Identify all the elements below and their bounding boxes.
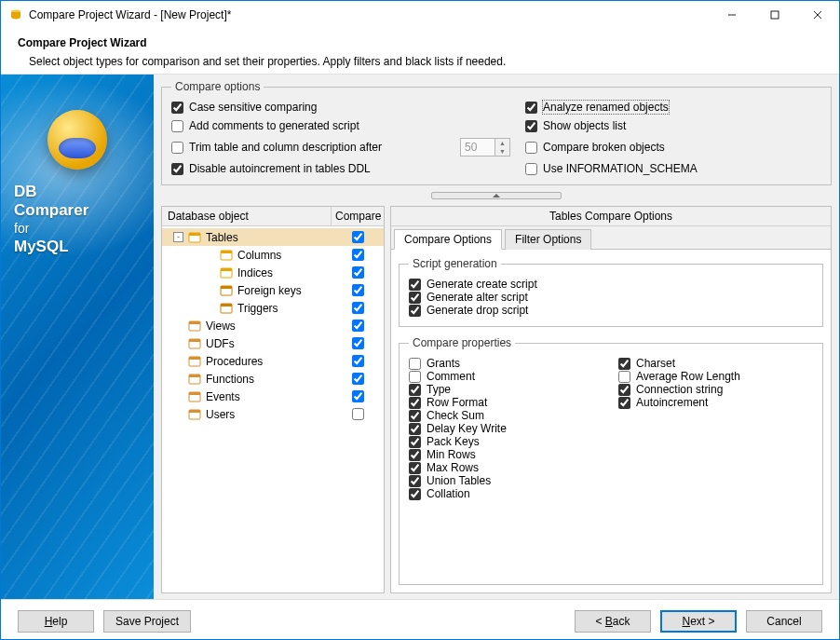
- tree-col-compare[interactable]: Compare: [332, 207, 384, 225]
- opt-case-sensitive-comparing[interactable]: Case sensitive comparing: [171, 101, 460, 114]
- svg-rect-7: [189, 233, 200, 236]
- trigger-icon: [219, 302, 234, 315]
- opt-add-comments-to-generated-script[interactable]: Add comments to generated script: [171, 119, 460, 132]
- expand-icon: [173, 391, 183, 402]
- wizard-header: Compare Project Wizard Select object typ…: [1, 29, 839, 74]
- tree-item-label: Columns: [237, 249, 281, 262]
- compare-checkbox[interactable]: [352, 337, 364, 349]
- proc-icon: [187, 355, 202, 368]
- prop-generate-create-script[interactable]: Generate create script: [409, 278, 813, 291]
- prop-connection-string[interactable]: Connection string: [618, 383, 813, 396]
- prop-grants[interactable]: Grants: [409, 357, 603, 370]
- splitter-handle[interactable]: [161, 191, 832, 200]
- prop-collation[interactable]: Collation: [409, 487, 603, 500]
- prop-max-rows[interactable]: Max Rows: [409, 461, 603, 474]
- wizard-footer: Help Save Project < Back Next > Cancel: [1, 600, 839, 640]
- expand-icon: [205, 250, 215, 260]
- prop-autoincrement[interactable]: Autoincrement: [618, 396, 813, 409]
- tree-item-label: Tables: [206, 231, 238, 244]
- opt-compare-broken-objects[interactable]: Compare broken objects: [525, 141, 821, 154]
- svg-rect-27: [189, 410, 200, 413]
- fk-icon: [219, 284, 234, 297]
- titlebar[interactable]: Compare Project Wizard - [New Project]*: [1, 1, 839, 29]
- cancel-button[interactable]: Cancel: [746, 610, 822, 633]
- tab-compare-options[interactable]: Compare Options: [394, 229, 502, 250]
- wizard-window: Compare Project Wizard - [New Project]* …: [0, 0, 840, 640]
- svg-marker-5: [493, 194, 500, 197]
- prop-charset[interactable]: Charset: [618, 357, 813, 370]
- brand-sidebar: DB Comparer for MySQL: [1, 75, 154, 599]
- compare-checkbox[interactable]: [352, 373, 364, 385]
- prop-check-sum[interactable]: Check Sum: [409, 409, 603, 422]
- prop-row-format[interactable]: Row Format: [409, 396, 603, 409]
- tree-item-procedures[interactable]: Procedures: [162, 352, 384, 370]
- svg-rect-2: [771, 11, 779, 19]
- expand-icon: [173, 409, 183, 419]
- prop-comment[interactable]: Comment: [409, 370, 603, 383]
- tree-item-label: Users: [206, 408, 235, 421]
- tree-item-functions[interactable]: Functions: [162, 370, 384, 388]
- opt-analyze-renamed-objects[interactable]: Analyze renamed objects: [525, 101, 821, 114]
- tree-item-views[interactable]: Views: [162, 317, 384, 334]
- close-button[interactable]: [796, 1, 839, 29]
- svg-rect-13: [221, 286, 232, 289]
- prop-min-rows[interactable]: Min Rows: [409, 448, 603, 461]
- tree-item-users[interactable]: Users: [162, 405, 384, 423]
- udf-icon: [187, 337, 202, 350]
- tab-filter-options[interactable]: Filter Options: [505, 229, 591, 250]
- expand-icon[interactable]: -: [173, 232, 183, 242]
- prop-union-tables[interactable]: Union Tables: [409, 474, 603, 487]
- compare-properties-group: Compare properties GrantsCommentTypeRow …: [399, 336, 823, 585]
- compare-checkbox[interactable]: [352, 231, 364, 243]
- compare-checkbox[interactable]: [352, 266, 364, 279]
- prop-pack-keys[interactable]: Pack Keys: [409, 435, 603, 448]
- prop-generate-drop-script[interactable]: Generate drop script: [409, 304, 813, 317]
- tree-item-label: UDFs: [206, 337, 235, 350]
- back-button[interactable]: < Back: [575, 610, 651, 633]
- help-button[interactable]: Help: [18, 610, 94, 633]
- tree-item-foreign-keys[interactable]: Foreign keys: [162, 281, 384, 299]
- compare-checkbox[interactable]: [352, 302, 364, 314]
- brand-text: DB Comparer for MySQL: [14, 183, 141, 255]
- svg-rect-23: [189, 374, 200, 377]
- tree-item-columns[interactable]: Columns: [162, 246, 384, 264]
- right-panel-title: Tables Compare Options: [391, 207, 831, 226]
- trim-value-input[interactable]: ▲▼: [460, 138, 525, 157]
- prop-type[interactable]: Type: [409, 383, 603, 396]
- opt-show-objects-list[interactable]: Show objects list: [525, 119, 821, 132]
- compare-checkbox[interactable]: [352, 249, 364, 261]
- tree-col-object[interactable]: Database object: [162, 207, 332, 225]
- prop-average-row-length[interactable]: Average Row Length: [618, 370, 813, 383]
- maximize-button[interactable]: [753, 1, 796, 29]
- func-icon: [187, 373, 202, 386]
- minimize-button[interactable]: [711, 1, 753, 29]
- tree-item-label: Views: [206, 320, 236, 333]
- svg-rect-15: [221, 304, 232, 306]
- save-project-button[interactable]: Save Project: [103, 610, 191, 633]
- expand-icon: [205, 267, 215, 278]
- object-tree[interactable]: -TablesColumnsIndicesForeign keysTrigger…: [162, 226, 384, 592]
- opt-use-information-schema[interactable]: Use INFORMATION_SCHEMA: [525, 162, 821, 175]
- window-title: Compare Project Wizard - [New Project]*: [29, 8, 711, 21]
- expand-icon: [205, 285, 215, 295]
- tree-item-triggers[interactable]: Triggers: [162, 299, 384, 317]
- tree-item-tables[interactable]: -Tables: [162, 228, 384, 246]
- compare-checkbox[interactable]: [352, 284, 364, 296]
- svg-rect-9: [221, 251, 232, 253]
- compare-checkbox[interactable]: [352, 408, 364, 420]
- tree-item-udfs[interactable]: UDFs: [162, 334, 384, 352]
- tree-item-indices[interactable]: Indices: [162, 264, 384, 281]
- prop-generate-alter-script[interactable]: Generate alter script: [409, 291, 813, 304]
- tree-item-events[interactable]: Events: [162, 388, 384, 405]
- database-object-panel: Database object Compare -TablesColumnsIn…: [161, 206, 385, 593]
- compare-checkbox[interactable]: [352, 355, 364, 367]
- options-tabs: Compare OptionsFilter Options: [391, 226, 831, 250]
- opt-trim-table-and-column-description-after[interactable]: Trim table and column description after: [171, 141, 460, 154]
- prop-delay-key-write[interactable]: Delay Key Write: [409, 422, 603, 435]
- compare-checkbox[interactable]: [352, 390, 364, 402]
- expand-icon: [173, 320, 183, 331]
- opt-disable-autoincrement-in-tables-ddl[interactable]: Disable autoincrement in tables DDL: [171, 162, 460, 175]
- view-icon: [187, 320, 202, 333]
- next-button[interactable]: Next >: [660, 610, 737, 633]
- compare-checkbox[interactable]: [352, 320, 364, 332]
